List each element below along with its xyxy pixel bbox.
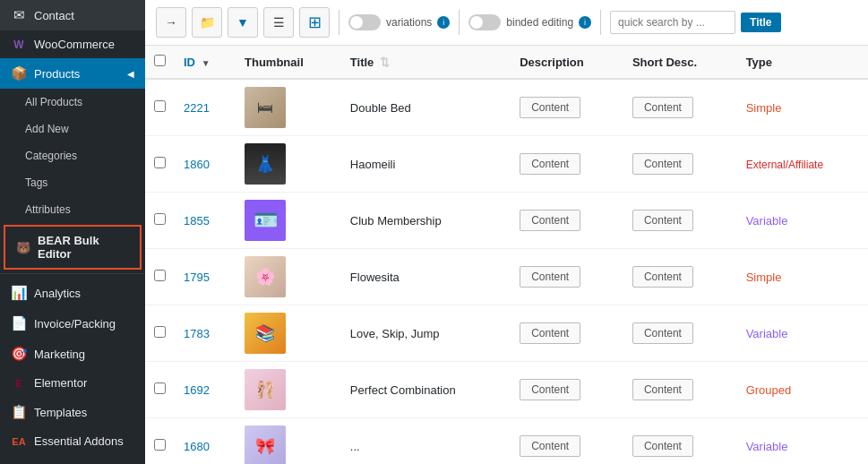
sidebar-item-templates[interactable]: 📋 Templates — [0, 397, 145, 427]
back-button[interactable]: → — [156, 7, 186, 38]
sidebar-item-analytics[interactable]: 📊 Analytics — [0, 278, 145, 308]
row-checkbox[interactable] — [154, 270, 166, 281]
row-thumbnail: 🪪 — [236, 193, 341, 249]
thumbnail-image: 🛏 — [245, 87, 286, 128]
row-title[interactable]: Haomeili — [341, 136, 511, 193]
description-content-btn[interactable]: Content — [520, 97, 580, 118]
thumbnail-image: 🌸 — [245, 256, 286, 297]
sidebar-item-categories[interactable]: Categories — [0, 142, 145, 169]
row-description: Content — [511, 79, 623, 136]
sidebar-item-tags[interactable]: Tags — [0, 169, 145, 196]
templates-icon: 📋 — [11, 404, 27, 420]
row-checkbox[interactable] — [154, 382, 166, 394]
sidebar-item-products[interactable]: 📦 Products ◀ — [0, 58, 145, 89]
variations-toggle[interactable] — [348, 14, 381, 30]
row-title[interactable]: Perfect Combination — [341, 362, 511, 418]
row-thumbnail: 👗 — [236, 136, 341, 193]
row-title[interactable]: Double Bed — [341, 79, 511, 136]
products-icon: 📦 — [11, 65, 27, 82]
row-id[interactable]: 1783 — [175, 305, 236, 362]
table-body: 2221 🛏 Double Bed Content Content Simple… — [145, 79, 868, 464]
folder-button[interactable]: 📁 — [192, 7, 222, 38]
sidebar-item-woocommerce[interactable]: W WooCommerce — [0, 30, 145, 58]
toolbar-divider-1 — [339, 10, 339, 35]
description-content-btn[interactable]: Content — [520, 435, 580, 457]
product-title: Flowesita — [350, 271, 400, 284]
filter-button[interactable]: ▼ — [228, 7, 258, 38]
sidebar-item-bear[interactable]: 🐻 BEAR Bulk Editor — [4, 225, 142, 270]
sidebar-item-label: WooCommerce — [34, 38, 115, 51]
product-type: Variable — [746, 214, 788, 228]
quick-search-input[interactable] — [610, 11, 735, 34]
row-thumbnail: 🩰 — [236, 362, 341, 418]
description-content-btn[interactable]: Content — [520, 153, 580, 175]
thumbnail-image: 🩰 — [245, 369, 286, 410]
th-id[interactable]: ID ▼ — [175, 46, 236, 79]
title-sort-icon: ⇅ — [380, 56, 390, 69]
product-type: Grouped — [746, 383, 792, 397]
row-title[interactable]: ... — [341, 418, 511, 465]
row-short-desc: Content — [623, 136, 737, 193]
short-desc-content-btn[interactable]: Content — [632, 97, 693, 118]
row-checkbox[interactable] — [154, 326, 166, 338]
short-desc-content-btn[interactable]: Content — [632, 210, 693, 231]
sidebar-item-attributes[interactable]: Attributes — [0, 196, 145, 223]
short-desc-content-btn[interactable]: Content — [632, 153, 693, 175]
row-checkbox-cell — [145, 193, 175, 249]
sidebar-item-contact[interactable]: ✉ Contact — [0, 0, 145, 30]
bear-icon: 🐻 — [16, 241, 30, 254]
row-description: Content — [511, 418, 623, 465]
woocommerce-icon: W — [11, 39, 27, 51]
row-id[interactable]: 1855 — [175, 193, 236, 249]
row-type: Variable — [737, 305, 868, 362]
bear-label: BEAR Bulk Editor — [38, 234, 129, 261]
row-title[interactable]: Club Membership — [341, 193, 511, 249]
description-content-btn[interactable]: Content — [520, 266, 580, 288]
description-content-btn[interactable]: Content — [520, 379, 580, 400]
product-title: Club Membership — [350, 214, 442, 228]
toolbar-divider-3 — [600, 10, 601, 35]
table-row: 2221 🛏 Double Bed Content Content Simple — [145, 79, 868, 136]
short-desc-content-btn[interactable]: Content — [632, 379, 693, 400]
sidebar-item-add-new[interactable]: Add New — [0, 116, 145, 142]
binded-label: binded editing — [506, 16, 573, 29]
row-id[interactable]: 1680 — [175, 418, 236, 465]
row-checkbox[interactable] — [154, 100, 166, 112]
variations-info-icon[interactable]: i — [437, 16, 450, 29]
row-title[interactable]: Love, Skip, Jump — [341, 305, 511, 362]
main-content: → 📁 ▼ ☰ ⊞ variations i binded editing i … — [145, 0, 868, 464]
sidebar-item-all-products[interactable]: All Products — [0, 89, 145, 116]
th-title[interactable]: Title ⇅ — [341, 46, 511, 79]
thumbnail-image: 👗 — [245, 143, 286, 185]
short-desc-content-btn[interactable]: Content — [632, 322, 693, 344]
add-button[interactable]: ⊞ — [299, 7, 330, 38]
row-short-desc: Content — [623, 305, 737, 362]
row-id[interactable]: 1692 — [175, 362, 236, 418]
list-button[interactable]: ☰ — [263, 7, 294, 38]
description-content-btn[interactable]: Content — [520, 322, 580, 344]
sidebar-item-essential[interactable]: EA Essential Addons — [0, 427, 145, 455]
row-checkbox[interactable] — [154, 213, 166, 225]
row-id[interactable]: 1860 — [175, 136, 236, 193]
row-checkbox[interactable] — [154, 439, 166, 451]
select-all-checkbox[interactable] — [154, 55, 166, 66]
row-id[interactable]: 2221 — [175, 79, 236, 136]
short-desc-content-btn[interactable]: Content — [632, 266, 693, 288]
binded-info-icon[interactable]: i — [579, 16, 591, 29]
th-thumbnail: Thumbnail — [236, 46, 341, 79]
binded-toggle[interactable] — [468, 14, 501, 30]
row-title[interactable]: Flowesita — [341, 249, 511, 305]
sidebar-item-elementor[interactable]: E Elementor — [0, 369, 145, 397]
sidebar-item-label: Analytics — [34, 287, 81, 300]
description-content-btn[interactable]: Content — [520, 210, 580, 231]
sidebar-item-invoice[interactable]: 📄 Invoice/Packing — [0, 308, 145, 339]
row-checkbox[interactable] — [154, 157, 166, 168]
sidebar-item-label: Invoice/Packing — [34, 317, 116, 331]
th-description: Description — [511, 46, 623, 79]
product-type: External/Affiliate — [746, 159, 824, 171]
short-desc-content-btn[interactable]: Content — [632, 435, 693, 457]
analytics-icon: 📊 — [11, 285, 27, 301]
sidebar-item-marketing[interactable]: 🎯 Marketing — [0, 339, 145, 369]
product-type: Variable — [746, 327, 788, 340]
row-id[interactable]: 1795 — [175, 249, 236, 305]
